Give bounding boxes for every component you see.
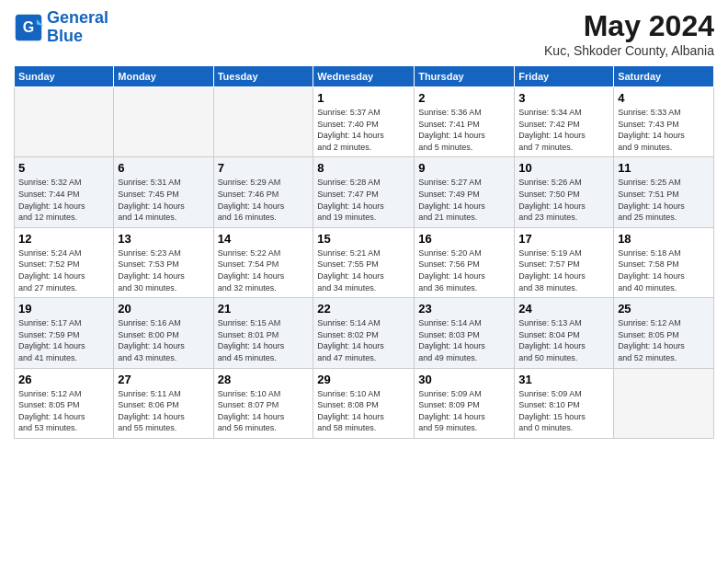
day-number: 28 (218, 373, 310, 386)
week-row-5: 26Sunrise: 5:12 AM Sunset: 8:05 PM Dayli… (15, 368, 714, 438)
calendar-cell: 31Sunrise: 5:09 AM Sunset: 8:10 PM Dayli… (515, 368, 614, 438)
day-info: Sunrise: 5:22 AM Sunset: 7:54 PM Dayligh… (218, 247, 310, 293)
calendar-cell: 2Sunrise: 5:36 AM Sunset: 7:41 PM Daylig… (415, 87, 515, 157)
calendar-cell: 17Sunrise: 5:19 AM Sunset: 7:57 PM Dayli… (515, 227, 614, 297)
day-info: Sunrise: 5:28 AM Sunset: 7:47 PM Dayligh… (317, 177, 410, 223)
day-info: Sunrise: 5:29 AM Sunset: 7:46 PM Dayligh… (218, 177, 310, 223)
header-row: Sunday Monday Tuesday Wednesday Thursday… (15, 66, 714, 87)
calendar-cell: 13Sunrise: 5:23 AM Sunset: 7:53 PM Dayli… (114, 227, 213, 297)
col-sunday: Sunday (15, 66, 114, 87)
day-number: 30 (418, 373, 510, 386)
day-number: 13 (118, 232, 209, 246)
day-info: Sunrise: 5:16 AM Sunset: 8:00 PM Dayligh… (118, 317, 209, 363)
calendar-cell: 8Sunrise: 5:28 AM Sunset: 7:47 PM Daylig… (313, 157, 415, 227)
logo-line2: Blue (47, 27, 83, 45)
day-number: 29 (317, 373, 410, 386)
title-block: May 2024 Kuc, Shkoder County, Albania (544, 9, 714, 58)
logo: G General Blue (14, 9, 108, 46)
svg-text:G: G (23, 19, 34, 35)
calendar-body: 1Sunrise: 5:37 AM Sunset: 7:40 PM Daylig… (15, 87, 714, 439)
day-info: Sunrise: 5:09 AM Sunset: 8:09 PM Dayligh… (418, 388, 510, 434)
logo-text: General Blue (47, 9, 108, 46)
day-number: 20 (118, 302, 209, 316)
calendar-cell: 5Sunrise: 5:32 AM Sunset: 7:44 PM Daylig… (15, 157, 114, 227)
day-info: Sunrise: 5:33 AM Sunset: 7:43 PM Dayligh… (618, 107, 710, 153)
day-info: Sunrise: 5:12 AM Sunset: 8:05 PM Dayligh… (18, 388, 109, 434)
day-number: 23 (418, 302, 510, 316)
day-number: 5 (18, 161, 109, 175)
week-row-3: 12Sunrise: 5:24 AM Sunset: 7:52 PM Dayli… (15, 227, 714, 297)
day-number: 19 (18, 302, 109, 316)
col-saturday: Saturday (614, 66, 714, 87)
day-info: Sunrise: 5:23 AM Sunset: 7:53 PM Dayligh… (118, 247, 209, 293)
day-number: 2 (418, 91, 510, 105)
day-number: 27 (118, 373, 209, 386)
col-tuesday: Tuesday (213, 66, 313, 87)
day-number: 11 (618, 161, 710, 175)
day-info: Sunrise: 5:32 AM Sunset: 7:44 PM Dayligh… (18, 177, 109, 223)
day-number: 26 (18, 373, 109, 386)
calendar-cell: 20Sunrise: 5:16 AM Sunset: 8:00 PM Dayli… (114, 298, 213, 368)
calendar-cell: 16Sunrise: 5:20 AM Sunset: 7:56 PM Dayli… (415, 227, 515, 297)
day-info: Sunrise: 5:20 AM Sunset: 7:56 PM Dayligh… (418, 247, 510, 293)
day-number: 14 (218, 232, 310, 246)
day-info: Sunrise: 5:21 AM Sunset: 7:55 PM Dayligh… (317, 247, 410, 293)
day-number: 1 (317, 91, 410, 105)
week-row-2: 5Sunrise: 5:32 AM Sunset: 7:44 PM Daylig… (15, 157, 714, 227)
calendar-cell: 9Sunrise: 5:27 AM Sunset: 7:49 PM Daylig… (415, 157, 515, 227)
calendar-cell: 11Sunrise: 5:25 AM Sunset: 7:51 PM Dayli… (614, 157, 714, 227)
logo-line1: General (47, 8, 108, 27)
calendar-cell: 29Sunrise: 5:10 AM Sunset: 8:08 PM Dayli… (313, 368, 415, 438)
day-info: Sunrise: 5:37 AM Sunset: 7:40 PM Dayligh… (317, 107, 410, 153)
week-row-1: 1Sunrise: 5:37 AM Sunset: 7:40 PM Daylig… (15, 87, 714, 157)
day-info: Sunrise: 5:09 AM Sunset: 8:10 PM Dayligh… (518, 388, 609, 434)
day-number: 7 (218, 161, 310, 175)
day-info: Sunrise: 5:24 AM Sunset: 7:52 PM Dayligh… (18, 247, 109, 293)
day-info: Sunrise: 5:15 AM Sunset: 8:01 PM Dayligh… (218, 317, 310, 363)
col-monday: Monday (114, 66, 213, 87)
calendar-cell: 14Sunrise: 5:22 AM Sunset: 7:54 PM Dayli… (213, 227, 313, 297)
day-info: Sunrise: 5:17 AM Sunset: 7:59 PM Dayligh… (18, 317, 109, 363)
day-number: 4 (618, 91, 710, 105)
day-number: 12 (18, 232, 109, 246)
month-title: May 2024 (544, 9, 714, 43)
calendar-cell: 28Sunrise: 5:10 AM Sunset: 8:07 PM Dayli… (213, 368, 313, 438)
calendar-cell: 18Sunrise: 5:18 AM Sunset: 7:58 PM Dayli… (614, 227, 714, 297)
calendar-cell: 6Sunrise: 5:31 AM Sunset: 7:45 PM Daylig… (114, 157, 213, 227)
day-info: Sunrise: 5:27 AM Sunset: 7:49 PM Dayligh… (418, 177, 510, 223)
calendar-cell (213, 87, 313, 157)
day-info: Sunrise: 5:11 AM Sunset: 8:06 PM Dayligh… (118, 388, 209, 434)
col-thursday: Thursday (415, 66, 515, 87)
calendar-cell: 25Sunrise: 5:12 AM Sunset: 8:05 PM Dayli… (614, 298, 714, 368)
day-number: 8 (317, 161, 410, 175)
calendar-cell: 15Sunrise: 5:21 AM Sunset: 7:55 PM Dayli… (313, 227, 415, 297)
day-info: Sunrise: 5:26 AM Sunset: 7:50 PM Dayligh… (518, 177, 609, 223)
calendar-cell: 10Sunrise: 5:26 AM Sunset: 7:50 PM Dayli… (515, 157, 614, 227)
day-number: 22 (317, 302, 410, 316)
day-number: 9 (418, 161, 510, 175)
day-info: Sunrise: 5:31 AM Sunset: 7:45 PM Dayligh… (118, 177, 209, 223)
page-header: G General Blue May 2024 Kuc, Shkoder Cou… (14, 9, 714, 58)
calendar-cell: 26Sunrise: 5:12 AM Sunset: 8:05 PM Dayli… (15, 368, 114, 438)
calendar-cell: 21Sunrise: 5:15 AM Sunset: 8:01 PM Dayli… (213, 298, 313, 368)
calendar-header: Sunday Monday Tuesday Wednesday Thursday… (15, 66, 714, 87)
day-number: 21 (218, 302, 310, 316)
day-info: Sunrise: 5:10 AM Sunset: 8:08 PM Dayligh… (317, 388, 410, 434)
calendar-cell: 7Sunrise: 5:29 AM Sunset: 7:46 PM Daylig… (213, 157, 313, 227)
day-number: 25 (618, 302, 710, 316)
day-number: 31 (518, 373, 609, 386)
calendar-cell: 3Sunrise: 5:34 AM Sunset: 7:42 PM Daylig… (515, 87, 614, 157)
day-number: 6 (118, 161, 209, 175)
day-number: 18 (618, 232, 710, 246)
day-number: 15 (317, 232, 410, 246)
col-friday: Friday (515, 66, 614, 87)
calendar-cell: 12Sunrise: 5:24 AM Sunset: 7:52 PM Dayli… (15, 227, 114, 297)
logo-icon: G (14, 13, 43, 42)
calendar-cell: 30Sunrise: 5:09 AM Sunset: 8:09 PM Dayli… (415, 368, 515, 438)
day-info: Sunrise: 5:18 AM Sunset: 7:58 PM Dayligh… (618, 247, 710, 293)
day-info: Sunrise: 5:12 AM Sunset: 8:05 PM Dayligh… (618, 317, 710, 363)
day-info: Sunrise: 5:25 AM Sunset: 7:51 PM Dayligh… (618, 177, 710, 223)
day-number: 17 (518, 232, 609, 246)
calendar-cell: 4Sunrise: 5:33 AM Sunset: 7:43 PM Daylig… (614, 87, 714, 157)
day-info: Sunrise: 5:13 AM Sunset: 8:04 PM Dayligh… (518, 317, 609, 363)
